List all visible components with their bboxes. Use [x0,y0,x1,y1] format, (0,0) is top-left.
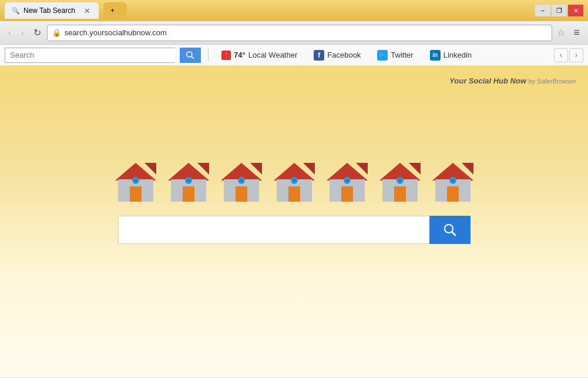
minimize-button[interactable]: − [535,5,550,16]
facebook-icon: f [314,50,324,61]
house-icon-7 [429,160,476,204]
svg-point-0 [187,52,192,57]
weather-bookmark[interactable]: 📍 74° Local Weather [216,48,303,62]
house-icon-4 [271,160,318,204]
address-lock-icon: 🔒 [52,29,61,37]
toolbar-search-button[interactable] [180,48,201,63]
window-controls: − ❐ ✕ [535,5,583,16]
menu-button[interactable]: ≡ [570,24,583,41]
weather-icon: 📍 [221,51,231,60]
houses-illustration [112,160,476,204]
main-content: Your Social Hub Now by SaferBrowser [0,66,588,377]
svg-point-7 [134,179,137,182]
svg-point-13 [187,179,190,182]
address-bar[interactable]: 🔒 search.yoursocialhubnow.com [47,25,553,41]
main-search-input[interactable] [118,216,429,244]
svg-rect-41 [447,186,459,202]
main-search-button[interactable] [429,216,471,244]
svg-rect-29 [341,186,353,202]
svg-rect-11 [183,186,194,202]
svg-point-37 [398,179,402,182]
house-icon-1 [112,160,159,204]
facebook-bookmark[interactable]: f Facebook [308,48,367,63]
brand-by-text: by SaferBrowser [529,78,576,85]
svg-point-44 [445,225,453,233]
bookmarks-bar: 📍 74° Local Weather f Facebook 🐦 Twitter… [0,45,588,66]
scroll-arrows: ‹ › [554,48,583,62]
house-icon-3 [218,160,265,204]
house-icon-5 [324,160,371,204]
back-button[interactable]: ‹ [5,25,15,41]
tab-close-button[interactable]: ✕ [83,6,92,15]
svg-line-45 [452,232,456,236]
linkedin-label: Linkedin [443,51,472,59]
forward-button[interactable]: › [17,25,27,41]
house-icon-6 [377,160,424,204]
linkedin-bookmark[interactable]: in Linkedin [424,48,478,63]
main-search-area [118,216,471,244]
scroll-right-button[interactable]: › [569,48,583,62]
bookmark-star-button[interactable]: ☆ [555,26,567,39]
svg-rect-5 [130,186,142,202]
brand-attribution: Your Social Hub Now by SaferBrowser [449,76,576,85]
new-tab-button[interactable]: + [103,2,127,19]
divider [208,49,209,62]
address-text: search.yoursocialhubnow.com [65,28,547,37]
search-icon [186,51,195,60]
twitter-label: Twitter [391,51,413,59]
svg-point-19 [240,179,243,182]
weather-temp: 74° [234,51,246,59]
twitter-icon: 🐦 [377,50,388,61]
tab-label: New Tab Search [23,6,75,15]
svg-line-1 [191,56,194,59]
svg-point-25 [293,179,296,182]
new-tab-icon: + [110,6,115,15]
close-button[interactable]: ✕ [568,5,583,16]
weather-label: Local Weather [248,51,298,59]
restore-button[interactable]: ❐ [552,5,567,16]
refresh-button[interactable]: ↻ [30,25,45,41]
twitter-bookmark[interactable]: 🐦 Twitter [371,48,419,63]
titlebar: 🔍 New Tab Search ✕ + − ❐ ✕ [0,0,588,21]
house-icon-2 [165,160,212,204]
navigation-bar: ‹ › ↻ 🔒 search.yoursocialhubnow.com ☆ ≡ [0,21,588,45]
svg-rect-17 [236,186,247,202]
main-search-icon [443,223,457,237]
svg-rect-23 [288,186,300,202]
toolbar-search-input[interactable] [5,48,175,63]
svg-point-31 [345,179,349,182]
scroll-left-button[interactable]: ‹ [554,48,568,62]
facebook-label: Facebook [327,51,361,59]
browser-tab[interactable]: 🔍 New Tab Search ✕ [5,2,99,19]
svg-point-43 [451,179,455,182]
brand-name: Your Social Hub Now [449,76,526,85]
tab-icon: 🔍 [12,7,20,15]
linkedin-icon: in [430,50,441,61]
svg-rect-35 [394,186,406,202]
